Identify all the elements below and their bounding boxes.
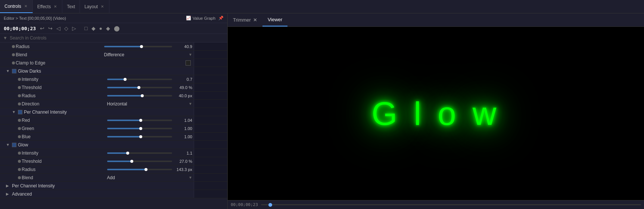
slider-track-6[interactable] xyxy=(107,95,172,96)
trimmer-tab-label: Trimmer xyxy=(233,17,251,23)
next-keyframe-icon[interactable]: ▷ xyxy=(71,25,77,32)
param-value-4[interactable]: 0.7 xyxy=(174,77,192,82)
diamond2-icon[interactable]: ◆ xyxy=(90,25,97,32)
tab-layout[interactable]: Layout ✕ xyxy=(80,0,109,13)
tab-controls[interactable]: Controls ✕ xyxy=(0,0,33,13)
control-right-14 xyxy=(194,157,227,165)
viewer-playhead[interactable] xyxy=(268,203,272,207)
prev-keyframe-icon[interactable]: ◁ xyxy=(55,25,62,32)
group-header-12[interactable]: ▼ Glow xyxy=(0,141,227,149)
keyframe-16[interactable] xyxy=(18,176,21,179)
slider-track-14[interactable] xyxy=(107,161,172,162)
slider-thumb-5[interactable] xyxy=(137,86,140,89)
circle2-icon[interactable]: ⬤ xyxy=(113,25,121,32)
slider-fill-15 xyxy=(107,169,146,170)
keyframe-7[interactable] xyxy=(18,102,21,105)
keyframe-11[interactable] xyxy=(18,135,21,138)
param-value-14[interactable]: 27.0 % xyxy=(174,159,192,164)
keyframe-13[interactable] xyxy=(18,152,21,155)
param-value-11[interactable]: 1.00 xyxy=(174,134,192,139)
trimmer-close-icon[interactable]: ✕ xyxy=(253,17,257,23)
tab-effects[interactable]: Effects ✕ xyxy=(33,0,62,13)
dropdown-7[interactable]: Horizontal ▼ xyxy=(107,101,194,107)
dropdown-16[interactable]: Add ▼ xyxy=(107,175,194,180)
keyframe-14[interactable] xyxy=(18,160,21,163)
param-value-9[interactable]: 1.04 xyxy=(174,118,192,123)
param-value-10[interactable]: 1.00 xyxy=(174,126,192,131)
slider-thumb-13[interactable] xyxy=(126,152,129,155)
slider-container-11: 1.00 xyxy=(107,134,194,139)
keyframe-6[interactable] xyxy=(18,94,21,97)
keyframe-1[interactable] xyxy=(12,53,15,56)
slider-track-5[interactable] xyxy=(107,87,172,88)
slider-thumb-4[interactable] xyxy=(124,78,127,81)
slider-thumb-6[interactable] xyxy=(141,94,144,97)
slider-thumb-0[interactable] xyxy=(140,45,143,48)
group-toggle-17[interactable]: ▶ xyxy=(6,184,10,188)
value-graph-button[interactable]: 📈 Value Graph xyxy=(186,16,215,20)
tab-text[interactable]: Text xyxy=(62,0,80,13)
slider-thumb-11[interactable] xyxy=(139,135,142,138)
param-value-13[interactable]: 1.1 xyxy=(174,151,192,155)
checkbox-2[interactable] xyxy=(186,60,191,66)
keyframe-10[interactable] xyxy=(18,127,21,130)
group-checkbox-3[interactable] xyxy=(12,69,16,73)
slider-track-0[interactable] xyxy=(104,46,172,47)
keyframe-9[interactable] xyxy=(18,119,21,122)
keyframe-2[interactable] xyxy=(12,61,15,64)
tab-layout-close[interactable]: ✕ xyxy=(100,4,105,9)
square-icon[interactable]: □ xyxy=(83,25,88,32)
group-collapsed-17[interactable]: ▶ Per Channel Intensity xyxy=(0,182,227,190)
search-input[interactable] xyxy=(10,35,224,41)
viewer-tab[interactable]: Viewer xyxy=(262,13,288,26)
group-collapsed-18[interactable]: ▶ Advanced xyxy=(0,190,227,198)
diamond-icon[interactable]: ◇ xyxy=(63,25,69,32)
slider-track-10[interactable] xyxy=(107,128,172,129)
slider-track-4[interactable] xyxy=(107,79,172,80)
param-label-6: Radius xyxy=(22,93,107,98)
diamond3-icon[interactable]: ◆ xyxy=(105,25,111,32)
slider-thumb-10[interactable] xyxy=(139,127,142,130)
keyframe-0[interactable] xyxy=(12,45,15,48)
circle-icon[interactable]: ● xyxy=(98,25,103,32)
keyframe-5[interactable] xyxy=(18,86,21,89)
pin-icon[interactable]: 📌 xyxy=(218,16,224,20)
header-actions: 📈 Value Graph 📌 xyxy=(186,16,224,20)
tab-controls-close[interactable]: ✕ xyxy=(24,3,28,9)
param-value-6[interactable]: 40.0 px xyxy=(174,94,192,98)
slider-track-15[interactable] xyxy=(107,169,172,170)
slider-track-11[interactable] xyxy=(107,136,172,137)
trimmer-tab[interactable]: Trimmer ✕ xyxy=(228,13,262,26)
timecode-bar: 00;00;00;23 ↩ ↪ ◁ ◇ ▷ □ ◆ ● ◆ ⬤ xyxy=(0,23,227,34)
slider-thumb-15[interactable] xyxy=(144,168,147,171)
timecode-display[interactable]: 00;00;00;23 xyxy=(4,26,36,31)
control-right-10 xyxy=(194,124,227,132)
dropdown-arrow-16: ▼ xyxy=(189,175,192,180)
group-toggle-12[interactable]: ▼ xyxy=(6,143,10,147)
keyframe-4[interactable] xyxy=(18,78,21,81)
group-toggle-8[interactable]: ▼ xyxy=(12,110,16,114)
slider-thumb-9[interactable] xyxy=(139,119,142,122)
param-value-5[interactable]: 49.0 % xyxy=(174,85,192,90)
group-checkbox-12[interactable] xyxy=(12,143,16,147)
undo-icon[interactable]: ↩ xyxy=(39,25,46,32)
tab-effects-close[interactable]: ✕ xyxy=(53,4,57,9)
group-header-3[interactable]: ▼ Glow Darks xyxy=(0,67,227,75)
group-toggle-18[interactable]: ▶ xyxy=(6,192,10,196)
dropdown-1[interactable]: Difference ▼ xyxy=(104,52,194,57)
slider-track-9[interactable] xyxy=(107,120,172,121)
group-checkbox-8[interactable] xyxy=(18,110,22,114)
param-value-0[interactable]: 40.9 xyxy=(174,44,192,49)
viewer-progress-bar[interactable] xyxy=(261,204,641,205)
slider-track-13[interactable] xyxy=(107,152,172,154)
filter-icon: ▼ xyxy=(3,35,7,41)
group-toggle-3[interactable]: ▼ xyxy=(6,69,10,73)
slider-thumb-14[interactable] xyxy=(130,160,133,163)
left-panel: Editor > Text [00;00;05;00] (Video) 📈 Va… xyxy=(0,13,228,209)
group-header-8[interactable]: ▼ Per Channel Intensity xyxy=(0,108,227,116)
breadcrumb: Editor > Text [00;00;05;00] (Video) xyxy=(4,16,66,20)
redo-icon[interactable]: ↪ xyxy=(47,25,54,32)
param-value-15[interactable]: 143.3 px xyxy=(174,167,192,172)
keyframe-15[interactable] xyxy=(18,168,21,171)
param-label-2: Clamp to Edge xyxy=(16,60,103,66)
